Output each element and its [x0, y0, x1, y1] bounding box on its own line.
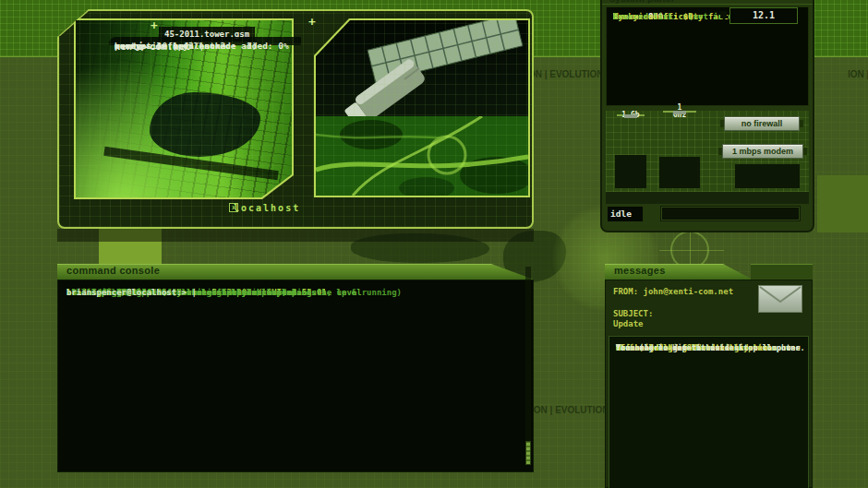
tooltip-hostname: xenti-com.net [115, 41, 190, 53]
tooltip-bounces-trace: bounces left: 3 | trace added: 0% [115, 41, 289, 52]
firewall-status-plate[interactable]: no firewall [724, 116, 800, 131]
map-marker-icon: + [308, 15, 316, 29]
message-view: FROM: john@xenti-com.net SUBJECT: Update… [605, 280, 813, 488]
chip-pin [624, 114, 637, 118]
city-trees-silhouette [150, 92, 260, 157]
tooltip-ports: ports: 1 (open/hacked: 1) [115, 41, 257, 52]
map-marker-icon: + [151, 18, 158, 32]
subject-value: Update [613, 319, 644, 328]
timer-dot [720, 11, 727, 18]
bounced-link-status: Bounced link : (not in use) [613, 12, 748, 22]
prompt-text: brianspencer@localhost:> [66, 288, 191, 297]
messages-panel: messages FROM: john@xenti-com.net SUBJEC… [605, 264, 813, 488]
host-node-tower-gsm[interactable]: 45-2011.tower.gsm [159, 27, 255, 42]
messages-title: messages [614, 265, 666, 276]
tooltip-encryption: encryption key: none [115, 41, 225, 52]
modem-status-plate[interactable]: 1 mbps modem [722, 144, 803, 159]
message-line: from there. Wipe it out. [616, 343, 729, 352]
message-body[interactable]: Brian, We managed to follow the guy to a… [609, 336, 809, 488]
divider-strip [606, 192, 809, 204]
tooltip-money-files: money: $0 | files: 2 [115, 41, 225, 52]
aerial-roads-graphic [316, 116, 528, 196]
messages-title-bar: messages [605, 264, 753, 280]
host-node-icon: x [229, 203, 238, 212]
timer-display: 12.1 [729, 7, 798, 24]
aerial-image [316, 116, 528, 196]
activity-status-label: idle [608, 207, 643, 221]
envelope-icon[interactable] [758, 285, 802, 313]
system-panel-title: system panel [602, 0, 813, 5]
evolution-watermark: ION | EVOLUTION [531, 405, 609, 415]
activity-progress-bar [661, 207, 800, 220]
from-label: FROM: [613, 287, 644, 296]
satellite-image [316, 20, 528, 116]
system-panel: system panel Score: 800 Trace: 0 % Dynam… [600, 0, 814, 232]
console-title: command console [66, 265, 160, 276]
satellite-photo-frame [314, 18, 530, 197]
empty-hardware-slot [615, 155, 646, 188]
message-from-line: FROM: john@xenti-com.net [613, 287, 733, 296]
messages-title-bar-extension [751, 264, 813, 280]
text-cursor: | [191, 288, 196, 297]
console-scrollbar-thumb[interactable] [525, 441, 531, 465]
from-value: john@xenti-com.net [644, 287, 734, 296]
memory-chip[interactable]: 1 Gb [617, 114, 645, 149]
localhost-label: localhost [234, 203, 300, 213]
map-panel-shadow [57, 229, 534, 242]
city-photo-frame [74, 18, 294, 199]
hardware-panel: 1 Gb 1 Ghz no firewall 1 mbps modem [606, 111, 809, 192]
empty-hardware-slot [735, 164, 800, 188]
console-output[interactable]: loading Evolution OS: kernel 5.12.002 / … [57, 280, 534, 472]
satellite-graphic [316, 20, 528, 116]
satellite-photo [316, 20, 528, 196]
evolution-watermark: ION | EVOLUTION [848, 69, 868, 79]
console-scrollbar-track[interactable] [525, 267, 531, 451]
city-photo [76, 20, 292, 197]
background-right-patch [817, 175, 868, 232]
empty-hardware-slot [659, 157, 700, 188]
network-map-panel: + + 45-2011.tower.gsm xenti-com.net port… [57, 9, 534, 229]
game-screen: TION | EVOLUTION ION | EVOLUTION ION | E… [0, 0, 868, 488]
city-walkway [103, 147, 279, 180]
chip-pin [673, 111, 686, 114]
cpu-chip[interactable]: 1 Ghz [663, 111, 696, 151]
console-title-bar: command console [57, 264, 534, 280]
subject-label: SUBJECT: [613, 309, 653, 318]
console-prompt[interactable]: brianspencer@localhost:> | [66, 288, 191, 297]
command-console-panel: command console loading Evolution OS: ke… [57, 264, 534, 472]
host-tooltip: xenti-com.net ports: 1 (open/hacked: 1) … [109, 37, 301, 45]
